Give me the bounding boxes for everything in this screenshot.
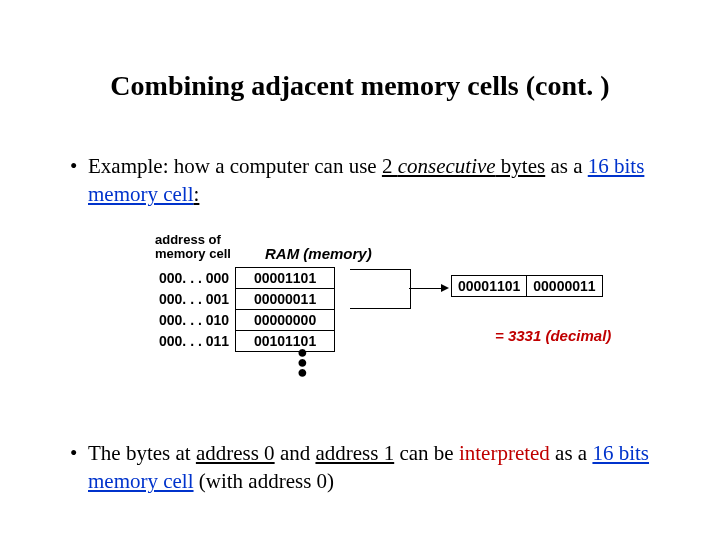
t: 2 [382, 154, 398, 178]
text: and [275, 441, 316, 465]
addr0: address 0 [196, 441, 275, 465]
memory-table: 000. . . 000 00001101 000. . . 001 00000… [155, 267, 335, 352]
ram-label: RAM (memory) [265, 245, 372, 262]
addr-cell: 000. . . 001 [155, 288, 236, 309]
table-row: 000. . . 000 00001101 [155, 267, 335, 288]
text: : [194, 182, 200, 206]
addr-cell: 000. . . 000 [155, 267, 236, 288]
t: consecutive [398, 154, 496, 178]
combined-byte-right: 00000011 [527, 275, 602, 297]
memory-diagram: address of memory cell RAM (memory) 000.… [155, 219, 650, 409]
decimal-result: = 3331 (decimal) [495, 327, 611, 344]
value-cell: 00001101 [236, 267, 335, 288]
addr-cell: 000. . . 011 [155, 330, 236, 351]
value-cell: 00000011 [236, 288, 335, 309]
interpreted: interpreted [459, 441, 550, 465]
table-row: 000. . . 010 00000000 [155, 309, 335, 330]
ellipsis-icon: ●●● [297, 347, 308, 377]
bullet-dot: • [70, 439, 88, 496]
addr1: address 1 [315, 441, 394, 465]
bullet-1: • Example: how a computer can use 2 cons… [70, 152, 650, 209]
bracket-icon [350, 269, 411, 309]
t: bytes [496, 154, 546, 178]
addr-cell: 000. . . 010 [155, 309, 236, 330]
bullet-2: • The bytes at address 0 and address 1 c… [70, 439, 650, 496]
text: as a [550, 441, 593, 465]
t: address of [155, 232, 221, 247]
text: can be [394, 441, 459, 465]
address-header: address of memory cell [155, 233, 231, 262]
bullet-dot: • [70, 152, 88, 209]
combined-value: 00001101 00000011 [451, 275, 603, 297]
value-cell: 00000000 [236, 309, 335, 330]
arrow-line-icon [409, 288, 443, 289]
table-row: 000. . . 001 00000011 [155, 288, 335, 309]
text: as a [545, 154, 588, 178]
slide-title: Combining adjacent memory cells (cont. ) [70, 70, 650, 102]
combined-byte-left: 00001101 [451, 275, 527, 297]
link-bytes: 2 consecutive bytes [382, 154, 545, 178]
text: The bytes at [88, 441, 196, 465]
text: Example: how a computer can use [88, 154, 382, 178]
value-cell: 00101101 [236, 330, 335, 351]
arrow-head-icon [441, 284, 449, 292]
t: memory cell [155, 246, 231, 261]
text: (with address 0) [194, 469, 335, 493]
